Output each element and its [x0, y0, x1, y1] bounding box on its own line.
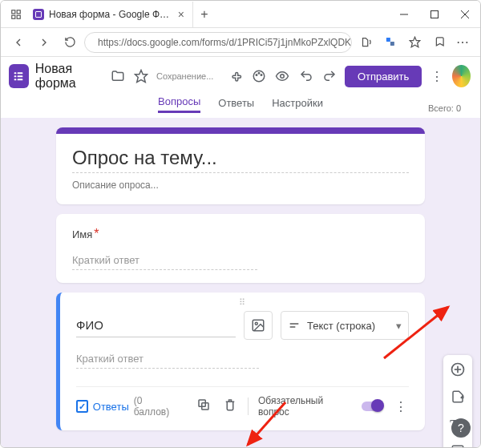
tab-settings[interactable]: Настройки [272, 97, 323, 112]
star-icon[interactable] [132, 66, 150, 87]
question-card-2[interactable]: ⠿ Текст (строка) ▾ Краткий ответ ✓ Ответ… [56, 293, 425, 430]
minimize-icon[interactable] [389, 1, 419, 28]
svg-rect-5 [431, 10, 439, 18]
read-aloud-icon[interactable] [355, 31, 378, 54]
folder-icon[interactable] [109, 66, 127, 87]
back-icon[interactable] [7, 31, 30, 54]
answer-key-label: Ответы [93, 401, 129, 413]
required-label: Обязательный вопрос [258, 395, 352, 418]
question-type-dropdown[interactable]: Текст (строка) ▾ [281, 311, 409, 340]
account-avatar[interactable] [452, 65, 471, 87]
close-window-icon[interactable] [450, 1, 480, 28]
drag-handle-icon[interactable]: ⠿ [76, 297, 409, 308]
duplicate-icon[interactable] [195, 398, 212, 415]
palette-icon[interactable] [250, 66, 268, 87]
delete-icon[interactable] [221, 398, 238, 415]
collections-icon[interactable] [427, 31, 450, 54]
svg-rect-12 [14, 72, 17, 74]
svg-rect-33 [452, 446, 463, 447]
svg-rect-15 [18, 75, 23, 77]
question-more-icon[interactable]: ⋮ [392, 399, 409, 414]
favorite-icon[interactable] [403, 31, 426, 54]
short-text-icon [288, 319, 301, 332]
maximize-icon[interactable] [419, 1, 450, 28]
separator [248, 398, 249, 415]
svg-point-20 [256, 75, 257, 76]
answer-key-link[interactable]: ✓ Ответы (0 баллов) [76, 395, 176, 418]
question-card-1[interactable]: Имя* Краткий ответ [56, 214, 425, 283]
svg-rect-3 [17, 15, 20, 18]
question2-answer-placeholder: Краткий ответ [76, 348, 259, 369]
svg-rect-1 [17, 10, 20, 13]
app-header: Новая форма Сохранение... Отправить ⋮ Во… [1, 57, 480, 118]
redo-icon[interactable] [321, 66, 338, 87]
check-icon: ✓ [76, 400, 88, 413]
window-titlebar: Новая форма - Google Формы × + [1, 1, 480, 28]
question2-title-input[interactable] [76, 313, 236, 337]
tab-title: Новая форма - Google Формы [49, 9, 173, 20]
forms-app: Новая форма Сохранение... Отправить ⋮ Во… [1, 57, 480, 447]
saving-status: Сохранение... [156, 71, 213, 81]
address-bar: https://docs.google.com/forms/d/1PRICi57… [1, 28, 480, 57]
close-tab-icon[interactable]: × [178, 9, 184, 20]
browser-menu-icon[interactable]: ⋯ [451, 31, 474, 54]
add-image-icon[interactable] [448, 442, 467, 447]
add-question-icon[interactable] [448, 360, 467, 379]
help-button[interactable]: ? [451, 418, 471, 438]
svg-point-25 [255, 322, 257, 325]
svg-rect-10 [390, 42, 394, 46]
tab-answers[interactable]: Ответы [218, 97, 254, 112]
browser-tab[interactable]: Новая форма - Google Формы × [25, 2, 193, 27]
question-type-label: Текст (строка) [307, 320, 375, 332]
addons-icon[interactable] [226, 66, 244, 87]
tab-overview-icon[interactable] [7, 9, 25, 20]
import-questions-icon[interactable] [448, 387, 467, 406]
forward-icon[interactable] [33, 31, 55, 54]
svg-marker-11 [410, 37, 420, 47]
svg-rect-14 [14, 75, 17, 77]
add-image-button[interactable] [244, 311, 273, 340]
form-description-input[interactable] [72, 180, 409, 191]
svg-rect-9 [386, 38, 390, 42]
svg-rect-0 [12, 10, 15, 13]
svg-rect-13 [18, 72, 23, 74]
document-title[interactable]: Новая форма [35, 62, 103, 91]
chevron-down-icon: ▾ [396, 320, 402, 332]
forms-favicon [33, 9, 44, 20]
svg-rect-17 [18, 79, 23, 80]
translate-icon[interactable] [379, 31, 402, 54]
total-points: Всего: 0 [428, 103, 461, 113]
window-controls [389, 1, 480, 28]
form-title-input[interactable] [72, 147, 409, 173]
url-text: https://docs.google.com/forms/d/1PRICi57… [98, 37, 352, 48]
svg-rect-16 [14, 79, 17, 80]
question1-answer-placeholder: Краткий ответ [72, 249, 257, 270]
svg-point-21 [258, 73, 260, 75]
svg-rect-2 [12, 15, 15, 18]
svg-point-23 [281, 75, 285, 79]
doc-tabs: Вопросы Ответы Настройки Всего: 0 [9, 95, 472, 118]
svg-point-22 [261, 75, 262, 76]
required-star-icon: * [94, 227, 99, 240]
more-menu-icon[interactable]: ⋮ [428, 69, 446, 84]
title-card[interactable] [56, 127, 425, 204]
forms-logo-icon[interactable] [9, 64, 29, 88]
points-label: (0 баллов) [134, 395, 176, 418]
url-field[interactable]: https://docs.google.com/forms/d/1PRICi57… [84, 32, 352, 53]
question1-label: Имя [72, 228, 92, 240]
undo-icon[interactable] [297, 66, 315, 87]
tab-questions[interactable]: Вопросы [158, 95, 200, 113]
new-tab-button[interactable]: + [193, 7, 216, 22]
preview-icon[interactable] [273, 66, 291, 87]
svg-marker-18 [135, 71, 148, 83]
required-toggle[interactable] [362, 402, 383, 411]
question-footer: ✓ Ответы (0 баллов) Обязательный вопрос … [76, 386, 409, 418]
send-button[interactable]: Отправить [345, 66, 422, 87]
form-canvas: Имя* Краткий ответ ⠿ Текст (строка) ▾ Кр… [1, 118, 480, 446]
reload-icon[interactable] [59, 31, 81, 54]
